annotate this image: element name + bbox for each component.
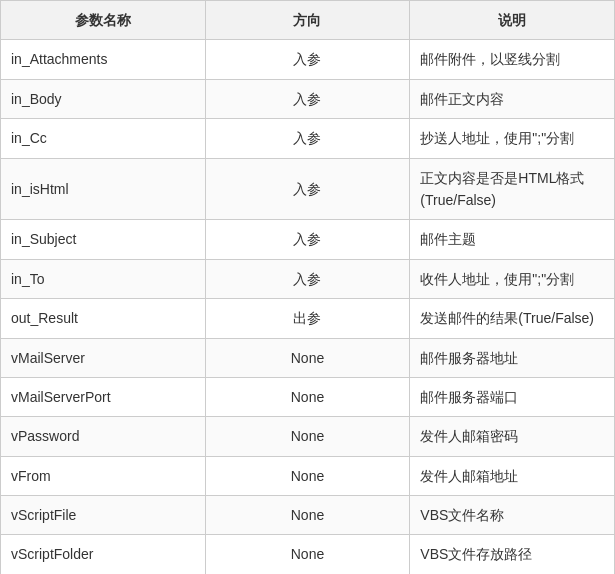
table-row: vScriptFolderNoneVBS文件存放路径	[1, 535, 615, 574]
param-name: in_Subject	[1, 220, 206, 259]
table-row: vMailServerPortNone邮件服务器端口	[1, 377, 615, 416]
param-description: 收件人地址，使用";"分割	[410, 259, 615, 298]
table-row: vPasswordNone发件人邮箱密码	[1, 417, 615, 456]
param-description: 邮件附件，以竖线分割	[410, 40, 615, 79]
table-row: in_Attachments入参邮件附件，以竖线分割	[1, 40, 615, 79]
param-direction: None	[205, 417, 410, 456]
table-row: vMailServerNone邮件服务器地址	[1, 338, 615, 377]
param-direction: 入参	[205, 79, 410, 118]
params-table: 参数名称 方向 说明 in_Attachments入参邮件附件，以竖线分割in_…	[0, 0, 615, 574]
param-direction: 入参	[205, 220, 410, 259]
param-direction: 入参	[205, 259, 410, 298]
param-direction: None	[205, 456, 410, 495]
param-name: vScriptFile	[1, 496, 206, 535]
param-direction: 入参	[205, 40, 410, 79]
param-name: in_Body	[1, 79, 206, 118]
param-name: vScriptFolder	[1, 535, 206, 574]
param-name: out_Result	[1, 299, 206, 338]
table-row: in_isHtml入参正文内容是否是HTML格式(True/False)	[1, 158, 615, 220]
param-description: 邮件服务器地址	[410, 338, 615, 377]
param-direction: 出参	[205, 299, 410, 338]
param-name: in_isHtml	[1, 158, 206, 220]
param-direction: None	[205, 338, 410, 377]
table-row: in_Cc入参抄送人地址，使用";"分割	[1, 119, 615, 158]
param-description: VBS文件名称	[410, 496, 615, 535]
param-description: 发件人邮箱密码	[410, 417, 615, 456]
param-name: vMailServerPort	[1, 377, 206, 416]
col-header-direction: 方向	[205, 1, 410, 40]
col-header-name: 参数名称	[1, 1, 206, 40]
table-row: out_Result出参发送邮件的结果(True/False)	[1, 299, 615, 338]
param-direction: None	[205, 496, 410, 535]
col-header-description: 说明	[410, 1, 615, 40]
param-name: in_Cc	[1, 119, 206, 158]
param-description: 发件人邮箱地址	[410, 456, 615, 495]
table-row: in_To入参收件人地址，使用";"分割	[1, 259, 615, 298]
table-row: vScriptFileNoneVBS文件名称	[1, 496, 615, 535]
param-direction: 入参	[205, 158, 410, 220]
param-direction: None	[205, 535, 410, 574]
table-row: vFromNone发件人邮箱地址	[1, 456, 615, 495]
param-description: 发送邮件的结果(True/False)	[410, 299, 615, 338]
param-name: vPassword	[1, 417, 206, 456]
param-description: 邮件服务器端口	[410, 377, 615, 416]
param-description: 正文内容是否是HTML格式(True/False)	[410, 158, 615, 220]
param-direction: 入参	[205, 119, 410, 158]
param-description: 邮件正文内容	[410, 79, 615, 118]
param-direction: None	[205, 377, 410, 416]
table-row: in_Subject入参邮件主题	[1, 220, 615, 259]
param-name: in_To	[1, 259, 206, 298]
param-name: vFrom	[1, 456, 206, 495]
param-name: vMailServer	[1, 338, 206, 377]
param-name: in_Attachments	[1, 40, 206, 79]
param-description: VBS文件存放路径	[410, 535, 615, 574]
table-row: in_Body入参邮件正文内容	[1, 79, 615, 118]
param-description: 抄送人地址，使用";"分割	[410, 119, 615, 158]
param-description: 邮件主题	[410, 220, 615, 259]
